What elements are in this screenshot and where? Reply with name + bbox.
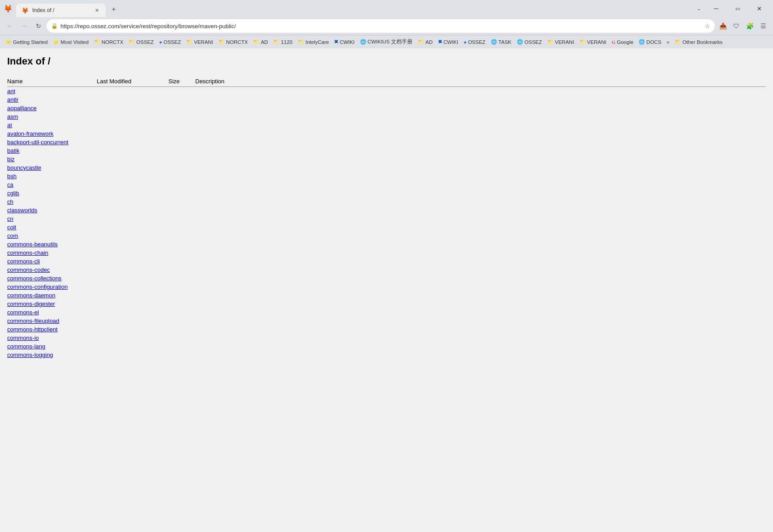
bookmark-ad-2[interactable]: 📁 AD <box>415 37 435 47</box>
getting-started-icon: ⭐ <box>5 39 12 45</box>
bookmark-other[interactable]: 📁 Other Bookmarks <box>672 37 725 47</box>
directory-link[interactable]: commons-beanutils <box>7 241 58 248</box>
directory-link[interactable]: antlr <box>7 96 18 103</box>
directory-link[interactable]: biz <box>7 156 15 163</box>
active-tab[interactable]: 🦊 Index of / ✕ <box>16 4 106 17</box>
directory-link[interactable]: ch <box>7 198 13 205</box>
directory-link[interactable]: ca <box>7 181 13 188</box>
bookmark-ossez-2[interactable]: ● OSSEZ <box>156 37 184 47</box>
directory-link[interactable]: aopalliance <box>7 105 37 112</box>
bookmark-google[interactable]: G Google <box>609 37 636 47</box>
list-item: avalon-framework <box>7 129 766 138</box>
list-item: batik <box>7 146 766 155</box>
list-item: ca <box>7 180 766 189</box>
directory-link[interactable]: commons-cli <box>7 258 40 265</box>
directory-link[interactable]: avalon-framework <box>7 130 53 137</box>
directory-link[interactable]: colt <box>7 224 16 231</box>
folder-icon-3: 📁 <box>580 39 586 45</box>
bookmark-task[interactable]: 🌐 TASK <box>488 37 514 47</box>
bookmark-intelycare[interactable]: 📁 IntelyCare <box>295 37 331 47</box>
directory-link[interactable]: commons-lang <box>7 343 45 350</box>
back-button[interactable]: ← <box>4 20 16 32</box>
directory-link[interactable]: commons-digester <box>7 300 55 307</box>
list-item: commons-beanutils <box>7 240 766 249</box>
folder-icon-2: 📁 <box>547 39 554 45</box>
list-item: cn <box>7 215 766 223</box>
url-bar[interactable]: 🔒 https://repo.ossez.com/service/rest/re… <box>47 19 715 33</box>
directory-link[interactable]: commons-el <box>7 309 39 316</box>
directory-link[interactable]: commons-daemon <box>7 292 56 299</box>
table-row: ant <box>7 87 766 96</box>
table-row: commons-daemon <box>7 291 766 300</box>
reload-button[interactable]: ↻ <box>32 20 45 32</box>
extensions-button[interactable]: 🧩 <box>743 20 756 32</box>
directory-link[interactable]: commons-fileupload <box>7 317 59 324</box>
most-visited-icon: ⭐ <box>53 39 59 45</box>
folder-icon: 📁 <box>129 39 135 45</box>
directory-link[interactable]: com <box>7 232 18 239</box>
table-row: avalon-framework <box>7 129 766 138</box>
folder-icon: 📁 <box>273 39 279 45</box>
directory-link[interactable]: commons-configuration <box>7 283 68 290</box>
directory-link[interactable]: commons-codec <box>7 266 50 273</box>
directory-link[interactable]: batik <box>7 147 19 154</box>
bookmark-1120[interactable]: 📁 1120 <box>271 37 295 47</box>
tab-list-button[interactable]: ⌄ <box>692 2 705 15</box>
minimize-button[interactable]: ─ <box>706 1 726 16</box>
globe-icon: 🌐 <box>360 39 366 45</box>
bookmark-docs[interactable]: 🌐 DOCS <box>636 37 664 47</box>
bookmark-star-icon[interactable]: ☆ <box>704 22 710 30</box>
list-item: commons-codec <box>7 266 766 274</box>
tab-close-button[interactable]: ✕ <box>93 7 100 14</box>
folder-icon: 📁 <box>94 39 100 45</box>
globe-icon-2: 🌐 <box>517 39 523 45</box>
bookmark-ossez-1[interactable]: 📁 OSSEZ <box>126 37 156 47</box>
directory-table: Name Last Modified Size Description anta… <box>7 76 766 359</box>
menu-button[interactable]: ☰ <box>757 20 769 32</box>
maximize-button[interactable]: ▭ <box>727 1 748 16</box>
directory-link[interactable]: bouncycastle <box>7 164 41 171</box>
forward-button[interactable]: → <box>18 20 30 32</box>
bookmark-verani-1[interactable]: 📁 VERANI <box>184 37 216 47</box>
list-item: commons-logging <box>7 351 766 359</box>
list-item: commons-fileupload <box>7 317 766 325</box>
table-row: backport-util-concurrent <box>7 138 766 146</box>
new-tab-button[interactable]: + <box>107 3 120 16</box>
bookmark-ossez-4[interactable]: 🌐 OSSEZ <box>514 37 545 47</box>
directory-link[interactable]: commons-httpclient <box>7 326 58 333</box>
directory-link[interactable]: asm <box>7 113 18 120</box>
list-item: commons-httpclient <box>7 325 766 334</box>
bookmark-verani-2[interactable]: 📁 VERANI <box>545 37 577 47</box>
shield-button[interactable]: 🛡 <box>730 20 743 32</box>
directory-link[interactable]: at <box>7 122 12 129</box>
close-button[interactable]: ✕ <box>749 1 769 16</box>
directory-link[interactable]: commons-collections <box>7 275 61 282</box>
directory-link[interactable]: bsh <box>7 173 17 180</box>
table-row: commons-logging <box>7 351 766 359</box>
directory-link[interactable]: cn <box>7 215 13 222</box>
bookmark-most-visited[interactable]: ⭐ Most Visited <box>50 37 91 47</box>
toolbar-right: 📥 🛡 🧩 ☰ <box>717 20 769 32</box>
bookmark-getting-started[interactable]: ⭐ Getting Started <box>3 37 50 47</box>
more-bookmarks-button[interactable]: » <box>664 37 672 47</box>
bookmark-verani-3[interactable]: 📁 VERANI <box>577 37 609 47</box>
bookmark-norctx-1[interactable]: 📁 NORCTX <box>91 37 126 47</box>
table-row: aopalliance <box>7 104 766 112</box>
address-bar: ← → ↻ 🔒 https://repo.ossez.com/service/r… <box>0 17 773 35</box>
bookmark-ossez-3[interactable]: ● OSSEZ <box>461 37 488 47</box>
bookmark-cwikius[interactable]: 🌐 CWIKIUS 文档手册 <box>357 37 415 47</box>
bookmark-cwiki-2[interactable]: ✖ CWIKI <box>435 37 461 47</box>
directory-link[interactable]: classworlds <box>7 207 37 214</box>
list-item: biz <box>7 155 766 163</box>
directory-link[interactable]: ant <box>7 88 15 94</box>
bookmark-ad-1[interactable]: 📁 AD <box>250 37 271 47</box>
directory-link[interactable]: commons-chain <box>7 249 48 256</box>
directory-link[interactable]: backport-util-concurrent <box>7 139 69 146</box>
directory-link[interactable]: commons-logging <box>7 352 53 358</box>
directory-link[interactable]: cglib <box>7 190 19 197</box>
bookmark-cwiki-1[interactable]: ✖ CWIKI <box>331 37 357 47</box>
directory-link[interactable]: commons-io <box>7 335 39 341</box>
pocket-button[interactable]: 📥 <box>717 20 729 32</box>
bookmark-norctx-2[interactable]: 📁 NORCTX <box>216 37 251 47</box>
list-item: bsh <box>7 172 766 180</box>
